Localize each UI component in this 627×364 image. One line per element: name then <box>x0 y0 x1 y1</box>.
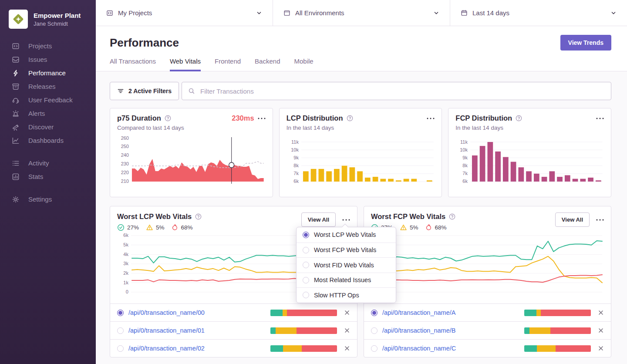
empower-plant-logo-icon <box>12 13 24 25</box>
sidebar-item-settings[interactable]: Settings <box>0 192 96 206</box>
bar-segment-meh <box>529 327 550 334</box>
sidebar-item-discover[interactable]: Discover <box>0 120 96 134</box>
menu-item-label: Worst LCP Web Vitals <box>314 231 376 238</box>
menu-item-most-related-issues[interactable]: Most Related Issues <box>297 273 396 288</box>
tab-frontend[interactable]: Frontend <box>215 57 241 71</box>
menu-item-worst-lcp-web-vitals[interactable]: Worst LCP Web Vitals <box>297 227 396 243</box>
tab-web-vitals[interactable]: Web Vitals <box>170 57 201 71</box>
view-all-button[interactable]: View All <box>555 212 590 227</box>
stat-flame: 68% <box>172 224 193 231</box>
transaction-row: /api/0/transaction_name/02 <box>110 339 357 357</box>
svg-text:6k: 6k <box>123 233 128 238</box>
bar-segment-poor <box>541 310 591 316</box>
worst-fcp-chart: 6k5k4k3k2k1k0 <box>364 232 611 297</box>
transaction-link[interactable]: /api/0/transaction_name/A <box>382 309 455 316</box>
transaction-radio[interactable] <box>117 345 124 352</box>
remove-transaction-icon[interactable] <box>344 310 350 316</box>
stat-warning-triangle: 5% <box>146 224 165 231</box>
filter-row: 2 Active Filters <box>110 82 611 100</box>
environment-filter-dropdown[interactable]: All Environments <box>273 0 450 26</box>
stat-value: 27% <box>127 224 139 231</box>
card-menu-button[interactable] <box>596 116 604 121</box>
page-title: Performance <box>110 36 179 50</box>
transaction-link[interactable]: /api/0/transaction_name/C <box>382 345 456 352</box>
discover-icon <box>12 123 20 131</box>
card-subtitle: In the last 14 days <box>455 125 604 131</box>
page-header: Performance View Trends All Transactions… <box>96 26 627 71</box>
svg-text:1k: 1k <box>123 280 128 285</box>
sidebar-item-label: Settings <box>28 195 52 203</box>
menu-item-radio <box>303 262 309 268</box>
svg-text:260: 260 <box>121 135 129 141</box>
p75-current-value: 230ms <box>232 114 254 122</box>
stat-flame: 68% <box>425 224 447 231</box>
card-menu-button[interactable] <box>342 217 350 222</box>
menu-item-slow-http-ops[interactable]: Slow HTTP Ops <box>297 287 396 303</box>
vitals-breakdown-bar <box>524 310 591 316</box>
date-range-dropdown[interactable]: Last 14 days <box>450 0 627 26</box>
menu-item-radio <box>303 277 309 283</box>
transaction-radio[interactable] <box>117 310 124 316</box>
project-filter-dropdown[interactable]: My Projects <box>96 0 273 26</box>
transaction-link[interactable]: /api/0/transaction_name/B <box>382 327 455 334</box>
sidebar-item-projects[interactable]: Projects <box>0 39 96 53</box>
bar-segment-good <box>524 310 536 316</box>
remove-transaction-icon[interactable] <box>598 310 604 316</box>
active-filters-label: 2 Active Filters <box>128 88 172 94</box>
sidebar-item-performance[interactable]: Performance <box>0 66 96 80</box>
stat-check-circle: 27% <box>117 224 139 231</box>
sidebar-item-label: Stats <box>28 173 43 180</box>
active-filters-button[interactable]: 2 Active Filters <box>110 82 179 100</box>
svg-text:9k: 9k <box>293 155 299 160</box>
org-switcher[interactable]: Empower Plant Jane Schmidt <box>0 8 96 39</box>
stats-icon <box>12 173 20 181</box>
p75-duration-card: p75 Duration 230ms Compared to last 14 d… <box>110 108 273 197</box>
remove-transaction-icon[interactable] <box>344 327 350 334</box>
activity-icon <box>12 159 20 167</box>
svg-text:3k: 3k <box>123 261 128 266</box>
sidebar-item-issues[interactable]: Issues <box>0 53 96 66</box>
card-menu-button[interactable] <box>258 116 266 121</box>
sidebar-item-label: Performance <box>28 69 66 77</box>
transaction-radio[interactable] <box>371 327 378 334</box>
remove-transaction-icon[interactable] <box>598 345 604 351</box>
search-input[interactable] <box>199 87 605 95</box>
view-trends-button[interactable]: View Trends <box>560 35 611 51</box>
transaction-radio[interactable] <box>371 345 378 352</box>
tab-backend[interactable]: Backend <box>255 57 280 71</box>
fcp-distribution-chart: 11k10k9k8k7k6k <box>455 135 604 187</box>
transaction-row: /api/0/transaction_name/00 <box>110 303 357 321</box>
transaction-link[interactable]: /api/0/transaction_name/00 <box>128 309 205 316</box>
remove-transaction-icon[interactable] <box>598 327 604 334</box>
card-menu-button[interactable] <box>427 116 435 121</box>
menu-item-label: Worst FID Web Vitals <box>314 262 374 269</box>
sidebar-item-dashboards[interactable]: Dashboards <box>0 134 96 147</box>
menu-item-worst-fid-web-vitals[interactable]: Worst FID Web Vitals <box>297 257 396 273</box>
user-name: Jane Schmidt <box>34 20 81 27</box>
transaction-radio[interactable] <box>371 310 378 316</box>
sidebar-item-label: Issues <box>28 56 47 63</box>
transaction-radio[interactable] <box>117 327 124 334</box>
chevron-down-icon <box>433 10 439 16</box>
tab-mobile[interactable]: Mobile <box>294 57 313 71</box>
bar-segment-good <box>270 345 283 352</box>
org-name: Empower Plant <box>34 12 81 19</box>
tab-all-transactions[interactable]: All Transactions <box>110 57 156 71</box>
projects-sm-icon <box>106 10 113 17</box>
dashboards-icon <box>12 137 20 145</box>
sidebar-item-alerts[interactable]: Alerts <box>0 107 96 120</box>
menu-item-worst-fcp-web-vitals[interactable]: Worst FCP Web Vitals <box>297 243 396 258</box>
sidebar-item-activity[interactable]: Activity <box>0 156 96 170</box>
bar-segment-good <box>524 327 529 334</box>
svg-text:220: 220 <box>121 170 129 175</box>
transaction-link[interactable]: /api/0/transaction_name/02 <box>128 345 205 352</box>
transaction-link[interactable]: /api/0/transaction_name/01 <box>128 327 205 334</box>
sidebar-item-stats[interactable]: Stats <box>0 170 96 183</box>
p75-duration-chart: 260250240230220210 <box>117 135 266 187</box>
bar-segment-good <box>270 310 283 316</box>
card-menu-button[interactable] <box>596 217 604 222</box>
view-all-button[interactable]: View All <box>301 212 336 227</box>
sidebar-item-releases[interactable]: Releases <box>0 80 96 93</box>
remove-transaction-icon[interactable] <box>344 345 350 351</box>
sidebar-item-user-feedback[interactable]: User Feedback <box>0 93 96 107</box>
